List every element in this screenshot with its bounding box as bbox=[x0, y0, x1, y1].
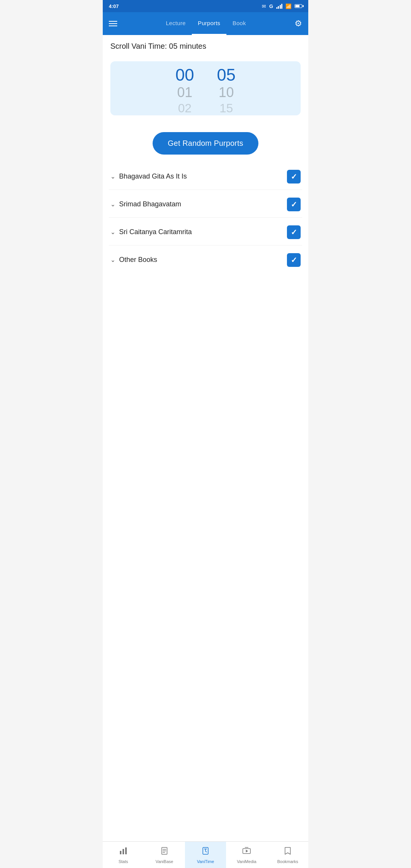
chevron-down-icon-sb: ⌄ bbox=[110, 201, 115, 208]
vanimedia-icon bbox=[242, 846, 251, 858]
nav-stats-label: Stats bbox=[118, 859, 128, 864]
svg-rect-1 bbox=[123, 849, 124, 854]
book-item-sb[interactable]: ⌄ Srimad Bhagavatam ✓ bbox=[109, 191, 302, 218]
nav-vanitime-label: VaniTime bbox=[197, 859, 214, 864]
tab-book[interactable]: Book bbox=[226, 12, 252, 35]
battery-icon bbox=[295, 4, 302, 8]
status-time: 4:07 bbox=[109, 3, 119, 9]
nav-vanimedia-label: VaniMedia bbox=[237, 859, 256, 864]
stats-icon bbox=[119, 846, 128, 858]
minutes-dim1: 10 bbox=[218, 84, 234, 101]
svg-rect-2 bbox=[125, 847, 127, 854]
book-item-cc[interactable]: ⌄ Sri Caitanya Caritamrita ✓ bbox=[109, 219, 302, 246]
signal-icon bbox=[276, 3, 283, 9]
checkbox-cc[interactable]: ✓ bbox=[287, 225, 301, 239]
chevron-down-icon-cc: ⌄ bbox=[110, 228, 115, 236]
bookmarks-icon bbox=[283, 846, 292, 858]
chevron-down-icon-other: ⌄ bbox=[110, 256, 115, 263]
minutes-active: 05 bbox=[217, 66, 236, 84]
get-random-purports-button[interactable]: Get Random Purports bbox=[153, 132, 258, 155]
time-picker[interactable]: 00 01 02 05 10 15 bbox=[110, 61, 301, 115]
book-name-cc: Sri Caitanya Caritamrita bbox=[119, 228, 192, 236]
hours-active: 00 bbox=[175, 66, 194, 84]
nav-vanibase-label: VaniBase bbox=[156, 859, 173, 864]
status-bar: 4:07 ✉ G 📶 bbox=[103, 0, 308, 12]
nav-vanitime[interactable]: VaniTime bbox=[185, 842, 226, 868]
checkbox-sb[interactable]: ✓ bbox=[287, 198, 301, 211]
time-picker-inner: 00 01 02 05 10 15 bbox=[110, 61, 301, 115]
book-item-bgaii[interactable]: ⌄ Bhagavad Gita As It Is ✓ bbox=[109, 164, 302, 190]
checkbox-bgaii[interactable]: ✓ bbox=[287, 170, 301, 183]
tab-bar: Lecture Purports Book bbox=[122, 12, 290, 35]
bottom-nav: Stats VaniBase VaniTime Va bbox=[103, 841, 308, 868]
checkbox-other[interactable]: ✓ bbox=[287, 253, 301, 267]
hours-dim2: 02 bbox=[178, 101, 192, 115]
book-name-sb: Srimad Bhagavatam bbox=[119, 200, 181, 208]
book-name-bgaii: Bhagavad Gita As It Is bbox=[119, 172, 187, 180]
tab-lecture[interactable]: Lecture bbox=[160, 12, 192, 35]
status-icons: ✉ G 📶 bbox=[262, 3, 302, 9]
nav-bookmarks-label: Bookmarks bbox=[277, 859, 298, 864]
nav-vanibase[interactable]: VaniBase bbox=[144, 842, 185, 868]
minutes-column: 05 10 15 bbox=[217, 66, 236, 115]
hours-dim1: 01 bbox=[177, 84, 193, 101]
vanitime-icon bbox=[201, 846, 210, 858]
book-list: ⌄ Bhagavad Gita As It Is ✓ ⌄ Srimad Bhag… bbox=[103, 164, 308, 273]
main-content: Scroll Vani Time: 05 minutes 00 01 02 05… bbox=[103, 35, 308, 841]
scroll-vani-label: Scroll Vani Time: 05 minutes bbox=[103, 35, 308, 55]
nav-bookmarks[interactable]: Bookmarks bbox=[267, 842, 308, 868]
chevron-down-icon-bgaii: ⌄ bbox=[110, 173, 115, 180]
header: Lecture Purports Book ⚙ bbox=[103, 12, 308, 35]
wifi-icon: 📶 bbox=[285, 3, 292, 9]
settings-button[interactable]: ⚙ bbox=[292, 16, 305, 32]
email-icon: ✉ bbox=[262, 3, 266, 9]
hours-column: 00 01 02 bbox=[175, 66, 194, 115]
svg-rect-0 bbox=[120, 851, 121, 854]
menu-button[interactable] bbox=[106, 18, 120, 29]
google-icon: G bbox=[269, 3, 273, 9]
vanibase-icon bbox=[160, 846, 169, 858]
nav-vanimedia[interactable]: VaniMedia bbox=[226, 842, 267, 868]
book-item-other[interactable]: ⌄ Other Books ✓ bbox=[109, 247, 302, 273]
minutes-dim2: 15 bbox=[220, 101, 233, 115]
book-name-other: Other Books bbox=[119, 256, 157, 264]
tab-purports[interactable]: Purports bbox=[192, 12, 226, 35]
nav-stats[interactable]: Stats bbox=[103, 842, 144, 868]
